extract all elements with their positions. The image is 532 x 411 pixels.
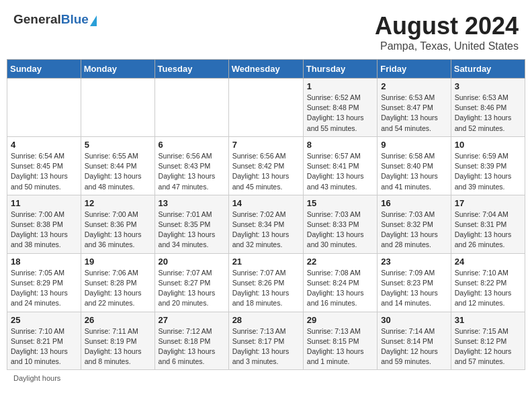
calendar-weekday-header: Thursday: [303, 60, 377, 79]
page-header: General Blue August 2024 Pampa, Texas, U…: [7, 7, 525, 55]
day-number: 21: [232, 257, 300, 267]
calendar-day-cell: 5Sunrise: 6:55 AM Sunset: 8:44 PM Daylig…: [81, 136, 154, 195]
day-info: Sunrise: 6:59 AM Sunset: 8:39 PM Dayligh…: [455, 151, 521, 192]
day-number: 16: [381, 198, 447, 208]
day-info: Sunrise: 6:58 AM Sunset: 8:40 PM Dayligh…: [381, 151, 447, 192]
calendar-day-cell: 18Sunrise: 7:05 AM Sunset: 8:29 PM Dayli…: [7, 253, 81, 312]
calendar-week-row: 18Sunrise: 7:05 AM Sunset: 8:29 PM Dayli…: [7, 253, 525, 312]
calendar-weekday-header: Saturday: [451, 60, 525, 79]
day-info: Sunrise: 7:00 AM Sunset: 8:36 PM Dayligh…: [85, 210, 151, 250]
day-info: Sunrise: 7:10 AM Sunset: 8:21 PM Dayligh…: [11, 326, 77, 367]
calendar-day-cell: 13Sunrise: 7:01 AM Sunset: 8:35 PM Dayli…: [154, 195, 228, 253]
calendar-day-cell: 6Sunrise: 6:56 AM Sunset: 8:43 PM Daylig…: [154, 136, 228, 195]
calendar-day-cell: 30Sunrise: 7:14 AM Sunset: 8:14 PM Dayli…: [378, 312, 451, 370]
calendar-weekday-header: Wednesday: [228, 60, 303, 79]
day-number: 27: [159, 315, 225, 325]
day-info: Sunrise: 6:56 AM Sunset: 8:42 PM Dayligh…: [232, 151, 300, 192]
day-info: Sunrise: 7:14 AM Sunset: 8:14 PM Dayligh…: [381, 326, 447, 367]
calendar-day-cell: 31Sunrise: 7:15 AM Sunset: 8:12 PM Dayli…: [451, 312, 525, 370]
day-number: 19: [85, 257, 151, 267]
day-info: Sunrise: 7:10 AM Sunset: 8:22 PM Dayligh…: [455, 268, 521, 309]
calendar-day-cell: [7, 79, 81, 137]
day-info: Sunrise: 7:03 AM Sunset: 8:33 PM Dayligh…: [307, 210, 373, 250]
day-number: 17: [455, 198, 521, 208]
day-number: 1: [307, 81, 373, 91]
calendar-weekday-header: Sunday: [7, 60, 81, 79]
day-info: Sunrise: 7:02 AM Sunset: 8:34 PM Dayligh…: [232, 210, 300, 250]
day-number: 7: [232, 140, 300, 150]
calendar-day-cell: 16Sunrise: 7:03 AM Sunset: 8:32 PM Dayli…: [378, 195, 451, 253]
day-info: Sunrise: 6:53 AM Sunset: 8:46 PM Dayligh…: [455, 93, 521, 134]
calendar-week-row: 25Sunrise: 7:10 AM Sunset: 8:21 PM Dayli…: [7, 312, 525, 370]
calendar-day-cell: [81, 79, 154, 137]
calendar-day-cell: 24Sunrise: 7:10 AM Sunset: 8:22 PM Dayli…: [451, 253, 525, 312]
calendar-header: SundayMondayTuesdayWednesdayThursdayFrid…: [7, 60, 525, 79]
day-number: 5: [85, 140, 151, 150]
calendar-day-cell: 14Sunrise: 7:02 AM Sunset: 8:34 PM Dayli…: [228, 195, 303, 253]
day-number: 10: [455, 140, 521, 150]
day-info: Sunrise: 7:13 AM Sunset: 8:15 PM Dayligh…: [307, 326, 373, 367]
calendar-day-cell: 20Sunrise: 7:07 AM Sunset: 8:27 PM Dayli…: [154, 253, 228, 312]
calendar-table: SundayMondayTuesdayWednesdayThursdayFrid…: [7, 59, 525, 370]
day-info: Sunrise: 7:13 AM Sunset: 8:17 PM Dayligh…: [232, 326, 300, 367]
logo-icon: [90, 15, 97, 26]
calendar-day-cell: 12Sunrise: 7:00 AM Sunset: 8:36 PM Dayli…: [81, 195, 154, 253]
calendar-header-row: SundayMondayTuesdayWednesdayThursdayFrid…: [7, 60, 525, 79]
day-info: Sunrise: 7:09 AM Sunset: 8:23 PM Dayligh…: [381, 268, 447, 309]
day-number: 15: [307, 198, 373, 208]
day-number: 13: [159, 198, 225, 208]
day-number: 25: [11, 315, 77, 325]
calendar-weekday-header: Monday: [81, 60, 154, 79]
day-number: 30: [381, 315, 447, 325]
day-info: Sunrise: 7:05 AM Sunset: 8:29 PM Dayligh…: [11, 268, 77, 309]
calendar-day-cell: 21Sunrise: 7:07 AM Sunset: 8:26 PM Dayli…: [228, 253, 303, 312]
day-info: Sunrise: 7:06 AM Sunset: 8:28 PM Dayligh…: [85, 268, 151, 309]
calendar-day-cell: 10Sunrise: 6:59 AM Sunset: 8:39 PM Dayli…: [451, 136, 525, 195]
day-number: 26: [85, 315, 151, 325]
calendar-day-cell: 7Sunrise: 6:56 AM Sunset: 8:42 PM Daylig…: [228, 136, 303, 195]
calendar-weekday-header: Tuesday: [154, 60, 228, 79]
logo-general-text: General: [13, 12, 61, 27]
day-number: 23: [381, 257, 447, 267]
day-info: Sunrise: 7:11 AM Sunset: 8:19 PM Dayligh…: [85, 326, 151, 367]
day-info: Sunrise: 7:01 AM Sunset: 8:35 PM Dayligh…: [159, 210, 225, 250]
calendar-day-cell: 26Sunrise: 7:11 AM Sunset: 8:19 PM Dayli…: [81, 312, 154, 370]
day-number: 9: [381, 140, 447, 150]
day-number: 12: [85, 198, 151, 208]
calendar-day-cell: 19Sunrise: 7:06 AM Sunset: 8:28 PM Dayli…: [81, 253, 154, 312]
day-info: Sunrise: 7:07 AM Sunset: 8:27 PM Dayligh…: [159, 268, 225, 309]
calendar-day-cell: [154, 79, 228, 137]
page-title: August 2024: [375, 12, 519, 40]
day-number: 4: [11, 140, 77, 150]
footer: Daylight hours: [7, 374, 525, 382]
calendar-day-cell: 11Sunrise: 7:00 AM Sunset: 8:38 PM Dayli…: [7, 195, 81, 253]
calendar-day-cell: 22Sunrise: 7:08 AM Sunset: 8:24 PM Dayli…: [303, 253, 377, 312]
day-info: Sunrise: 6:57 AM Sunset: 8:41 PM Dayligh…: [307, 151, 373, 192]
day-info: Sunrise: 7:04 AM Sunset: 8:31 PM Dayligh…: [455, 210, 521, 250]
day-number: 6: [159, 140, 225, 150]
day-info: Sunrise: 6:54 AM Sunset: 8:45 PM Dayligh…: [11, 151, 77, 192]
calendar-day-cell: 17Sunrise: 7:04 AM Sunset: 8:31 PM Dayli…: [451, 195, 525, 253]
day-info: Sunrise: 6:53 AM Sunset: 8:47 PM Dayligh…: [381, 93, 447, 134]
calendar-day-cell: 15Sunrise: 7:03 AM Sunset: 8:33 PM Dayli…: [303, 195, 377, 253]
calendar-day-cell: 3Sunrise: 6:53 AM Sunset: 8:46 PM Daylig…: [451, 79, 525, 137]
day-number: 28: [232, 315, 300, 325]
day-number: 8: [307, 140, 373, 150]
calendar-day-cell: 25Sunrise: 7:10 AM Sunset: 8:21 PM Dayli…: [7, 312, 81, 370]
calendar-day-cell: 2Sunrise: 6:53 AM Sunset: 8:47 PM Daylig…: [378, 79, 451, 137]
page-subtitle: Pampa, Texas, United States: [375, 40, 519, 52]
calendar-day-cell: 29Sunrise: 7:13 AM Sunset: 8:15 PM Dayli…: [303, 312, 377, 370]
day-number: 31: [455, 315, 521, 325]
calendar-day-cell: 9Sunrise: 6:58 AM Sunset: 8:40 PM Daylig…: [378, 136, 451, 195]
calendar-week-row: 1Sunrise: 6:52 AM Sunset: 8:48 PM Daylig…: [7, 79, 525, 137]
day-info: Sunrise: 6:55 AM Sunset: 8:44 PM Dayligh…: [85, 151, 151, 192]
day-info: Sunrise: 7:08 AM Sunset: 8:24 PM Dayligh…: [307, 268, 373, 309]
day-info: Sunrise: 7:03 AM Sunset: 8:32 PM Dayligh…: [381, 210, 447, 250]
day-number: 29: [307, 315, 373, 325]
calendar-body: 1Sunrise: 6:52 AM Sunset: 8:48 PM Daylig…: [7, 79, 525, 370]
logo-blue-text: Blue: [61, 12, 89, 27]
day-info: Sunrise: 7:07 AM Sunset: 8:26 PM Dayligh…: [232, 268, 300, 309]
calendar-day-cell: 28Sunrise: 7:13 AM Sunset: 8:17 PM Dayli…: [228, 312, 303, 370]
day-info: Sunrise: 6:52 AM Sunset: 8:48 PM Dayligh…: [307, 93, 373, 134]
calendar-week-row: 4Sunrise: 6:54 AM Sunset: 8:45 PM Daylig…: [7, 136, 525, 195]
